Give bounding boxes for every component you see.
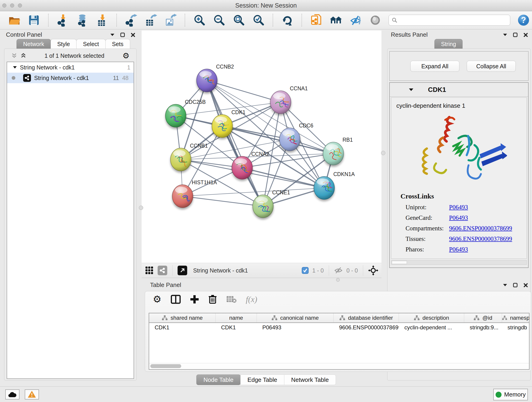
node-label-cdc6: CDC6 — [299, 123, 313, 128]
add-column-icon[interactable] — [190, 295, 199, 304]
tab-network[interactable]: Network — [17, 39, 51, 49]
share-file-icon[interactable] — [310, 14, 323, 27]
crosslink-link[interactable]: P06493 — [449, 204, 468, 211]
network-row-selected[interactable]: String Network - cdk1 11 48 — [7, 73, 133, 83]
show-graphics-eye-icon[interactable] — [369, 14, 382, 27]
maximize-panel-icon[interactable] — [120, 32, 125, 37]
hide-graphics-eye-icon[interactable] — [349, 14, 362, 27]
string-view-icon[interactable] — [158, 266, 167, 275]
gear-icon[interactable]: ⚙ — [123, 51, 129, 60]
gene-section-header[interactable]: CDK1 — [390, 83, 528, 97]
column-header-description[interactable]: description — [399, 313, 464, 322]
toolbar-separator — [185, 14, 185, 27]
network-status-dot — [12, 76, 15, 80]
tab-select[interactable]: Select — [76, 39, 105, 49]
refresh-icon[interactable] — [281, 14, 294, 27]
string-home-icon[interactable] — [329, 14, 342, 27]
collapse-all-button[interactable]: Collapse All — [467, 61, 516, 72]
table-cell[interactable]: cyclin-dependent ... — [399, 323, 464, 332]
import-table-file-icon[interactable] — [96, 14, 109, 27]
search-input[interactable] — [399, 17, 507, 24]
zoom-out-icon[interactable] — [213, 14, 225, 27]
table-cell[interactable]: CDK1 — [149, 323, 215, 332]
hidden-eye-slash-icon[interactable] — [334, 267, 343, 274]
network-graph[interactable]: CCNB2CCNA1CDC25BCDK1CDC6RB1CCNB1CCNA2CDK… — [142, 31, 381, 263]
toolbar-search-field[interactable] — [389, 15, 510, 26]
export-image-icon[interactable] — [164, 14, 177, 27]
grid-view-icon[interactable] — [145, 266, 154, 275]
results-button-box: Expand All Collapse All — [389, 51, 529, 81]
table-cell[interactable]: stringdb — [502, 323, 530, 332]
column-header--id[interactable]: @id — [464, 313, 502, 322]
tab-string[interactable]: String — [434, 39, 462, 49]
crosslink-link[interactable]: 9606.ENSP00000378699 — [449, 235, 512, 242]
close-panel-icon[interactable] — [524, 33, 528, 37]
node-table[interactable]: shared namenamecanonical namedatabase id… — [149, 313, 530, 370]
tab-sets[interactable]: Sets — [105, 39, 130, 49]
zoom-fit-icon[interactable] — [232, 14, 245, 27]
fit-selected-crosshair-icon[interactable] — [368, 265, 378, 275]
tab-node-table[interactable]: Node Table — [196, 375, 241, 385]
status-bar: Memory — [0, 386, 532, 402]
expand-all-button[interactable]: Expand All — [410, 61, 459, 72]
open-in-new-window-icon[interactable] — [177, 266, 187, 275]
tree-expand-icon[interactable] — [13, 66, 17, 69]
warning-icon — [28, 391, 36, 398]
crosslink-link[interactable]: P06493 — [449, 214, 468, 221]
warning-button[interactable] — [25, 389, 39, 400]
column-header-canonical-name[interactable]: canonical name — [257, 313, 334, 322]
maximize-panel-icon[interactable] — [513, 32, 518, 37]
zoom-selected-icon[interactable] — [252, 14, 265, 27]
table-row[interactable]: CDK1CDK1P064939606.ENSP00000378699cyclin… — [149, 323, 529, 332]
crosslink-link[interactable]: P06493 — [449, 246, 468, 253]
float-panel-icon[interactable] — [110, 33, 114, 36]
table-cell[interactable]: CDK1 — [215, 323, 257, 332]
network-collection-row[interactable]: String Network - cdk1 1 — [7, 62, 133, 73]
column-header-shared-name[interactable]: shared name — [149, 313, 215, 322]
column-header-database-identifier[interactable]: database identifier — [334, 313, 399, 322]
export-network-icon[interactable] — [125, 14, 138, 27]
import-network-database-icon[interactable] — [76, 14, 89, 27]
column-header-namespace[interactable]: namespace — [502, 313, 530, 322]
delete-table-icon[interactable] — [226, 295, 237, 303]
close-panel-icon[interactable] — [524, 283, 528, 287]
export-table-icon[interactable] — [144, 14, 157, 27]
float-panel-icon[interactable] — [503, 284, 507, 287]
bottom-splitter-handle[interactable] — [336, 278, 340, 282]
show-columns-icon[interactable] — [171, 295, 181, 304]
gear-icon[interactable]: ⚙ — [153, 295, 162, 304]
open-session-icon[interactable] — [8, 14, 21, 27]
cloud-button[interactable] — [5, 389, 19, 400]
scrollbar-thumb[interactable] — [150, 364, 181, 368]
crosslink-link[interactable]: 9606.ENSP00000378699 — [449, 225, 512, 232]
help-icon[interactable]: ? — [517, 14, 530, 27]
table-cell[interactable]: P06493 — [257, 323, 334, 332]
save-session-icon[interactable] — [27, 14, 40, 27]
tab-network-table[interactable]: Network Table — [284, 375, 336, 385]
delete-trash-icon[interactable] — [208, 294, 217, 304]
table-horizontal-scrollbar[interactable] — [149, 363, 529, 369]
network-canvas[interactable]: CCNB2CCNA1CDC25BCDK1CDC6RB1CCNB1CCNA2CDK… — [142, 31, 381, 263]
table-cell[interactable]: 9606.ENSP00000378699 — [334, 323, 399, 332]
tab-style[interactable]: Style — [51, 39, 77, 49]
float-panel-icon[interactable] — [503, 33, 507, 36]
left-splitter-handle[interactable] — [139, 206, 143, 210]
zoom-in-icon[interactable] — [193, 14, 206, 27]
cloud-icon — [8, 391, 17, 398]
column-header-name[interactable]: name — [215, 313, 257, 322]
right-splitter-handle[interactable] — [381, 151, 385, 155]
collapse-all-icon[interactable] — [11, 53, 17, 59]
memory-button[interactable]: Memory — [493, 389, 528, 400]
import-network-file-icon[interactable] — [56, 14, 69, 27]
selected-checkbox-icon[interactable] — [302, 267, 309, 274]
close-panel-icon[interactable] — [131, 33, 135, 37]
tab-edge-table[interactable]: Edge Table — [240, 375, 284, 385]
results-horizontal-scrollbar[interactable] — [391, 260, 527, 265]
function-builder-icon[interactable]: f(x) — [246, 294, 257, 304]
table-cell[interactable]: stringdb:9... — [464, 323, 502, 332]
toolbar-separator — [302, 14, 302, 27]
expand-all-icon[interactable] — [20, 53, 26, 59]
network-node-ccnb1 — [171, 148, 191, 171]
section-collapse-icon[interactable] — [409, 88, 413, 91]
maximize-panel-icon[interactable] — [513, 283, 518, 287]
